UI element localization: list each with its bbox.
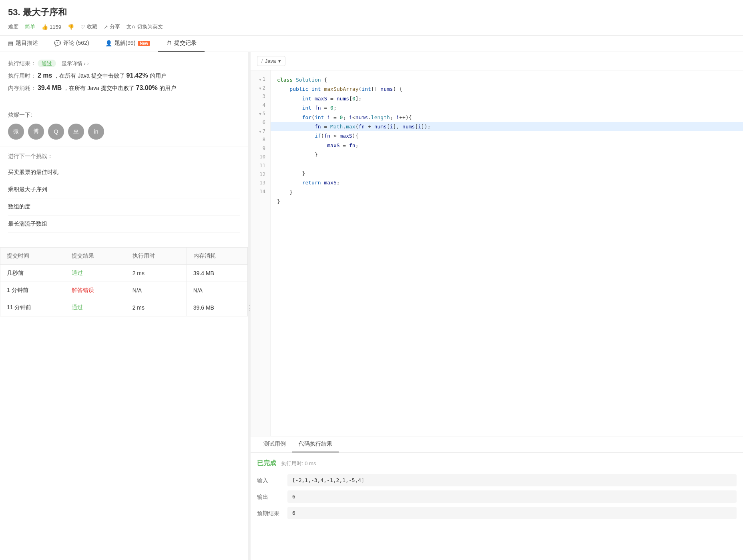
row0-status[interactable]: 通过 — [72, 270, 83, 276]
col-exec: 执行用时 — [126, 248, 187, 265]
line-num-1: 1 — [251, 75, 270, 84]
qq-button[interactable]: Q — [48, 124, 64, 140]
pass-badge[interactable]: 通过 — [38, 60, 56, 67]
code-line-1: class Solution { — [277, 75, 737, 84]
challenge-item-0[interactable]: 买卖股票的最佳时机 — [8, 164, 240, 181]
tab-exec-result[interactable]: 代码执行结果 — [292, 436, 339, 452]
line-num-6: 6 — [251, 118, 270, 127]
tab-solutions[interactable]: 👤 题解(99) New — [97, 36, 158, 52]
expected-label: 预期结果 — [257, 507, 281, 517]
line-num-9: 9 — [251, 144, 270, 153]
row1-memory: N/A — [187, 282, 247, 299]
new-badge: New — [138, 41, 150, 46]
code-line-7: if(fn > maxS){ — [277, 131, 737, 140]
show-detail-button[interactable]: 显示详情 — [62, 60, 86, 66]
result-section: 执行结果： 通过 显示详情 › 执行用时： 2 ms ，在所有 Java 提交中… — [0, 52, 248, 105]
douban-button[interactable]: 豆 — [68, 124, 84, 140]
wechat-button[interactable]: 微 — [8, 124, 24, 140]
table-row: 11 分钟前 通过 2 ms 39.6 MB — [0, 299, 248, 316]
line-num-5: 5 — [251, 110, 270, 118]
code-line-8: maxS = fn; — [277, 141, 737, 150]
challenge-item-3[interactable]: 最长湍流子数组 — [8, 216, 240, 233]
line-num-2: 2 — [251, 84, 270, 93]
exec-result-row: 执行结果： 通过 显示详情 › — [8, 60, 240, 67]
exec-time-label: 执行用时: 0 ms — [281, 460, 316, 467]
code-line-4: int fn = 0; — [277, 103, 737, 112]
exec-status-row: 已完成 执行用时: 0 ms — [257, 459, 737, 468]
left-panel: 执行结果： 通过 显示详情 › 执行用时： 2 ms ，在所有 Java 提交中… — [0, 52, 248, 560]
row0-memory: 39.4 MB — [187, 265, 247, 282]
linkedin-button[interactable]: in — [88, 124, 104, 140]
tab-test-case[interactable]: 测试用例 — [257, 436, 292, 452]
bottom-content: 已完成 执行用时: 0 ms 输入 [-2,1,-3,4,-1,2,1,-5,4… — [251, 453, 743, 560]
row1-exec: N/A — [126, 282, 187, 299]
lang-icon: i — [261, 58, 263, 64]
page-wrapper: 53. 最大子序和 难度 简单 👍 1159 👎 ♡ 收藏 ↗ 分享 文A 切换… — [0, 0, 743, 560]
row1-status[interactable]: 解答错误 — [72, 287, 94, 293]
line-numbers: 1 2 3 4 5 6 7 8 9 10 11 12 13 14 — [251, 70, 271, 436]
bottom-panel: 测试用例 代码执行结果 已完成 执行用时: 0 ms 输入 [-2,1,-3,4… — [251, 436, 743, 560]
memory-row: 内存消耗： 39.4 MB ，在所有 Java 提交中击败了 73.00% 的用… — [8, 84, 240, 92]
col-memory: 内存消耗 — [187, 248, 247, 265]
thumbs-count: 1159 — [50, 24, 61, 30]
row2-memory: 39.6 MB — [187, 299, 247, 316]
lang-label: Java — [265, 58, 276, 64]
header: 53. 最大子序和 难度 简单 👍 1159 👎 ♡ 收藏 ↗ 分享 文A 切换… — [0, 0, 743, 36]
tab-submissions[interactable]: ⏱ 提交记录 — [158, 36, 205, 52]
code-content: class Solution { public int maxSubArray(… — [271, 70, 743, 436]
output-label: 输出 — [257, 490, 281, 501]
switch-lang-button[interactable]: 文A 切换为英文 — [127, 23, 163, 30]
row2-time: 11 分钟前 — [0, 299, 65, 316]
code-line-2: public int maxSubArray(int[] nums) { — [277, 84, 737, 94]
expected-row: 预期结果 6 — [257, 507, 737, 519]
page-title: 53. 最大子序和 — [8, 6, 735, 18]
share-button[interactable]: ↗ 分享 — [104, 23, 120, 30]
tab-description[interactable]: ▤ 题目描述 — [0, 36, 46, 52]
row2-status[interactable]: 通过 — [72, 304, 83, 310]
challenge-item-2[interactable]: 数组的度 — [8, 198, 240, 216]
exec-time-row: 执行用时： 2 ms ，在所有 Java 提交中击败了 91.42% 的用户 — [8, 72, 240, 80]
next-label: 进行下一个挑战： — [8, 153, 240, 160]
row0-time: 几秒前 — [0, 265, 65, 282]
share-label: 炫耀一下: — [8, 112, 240, 119]
line-num-3: 3 — [251, 92, 270, 101]
weibo-button[interactable]: 博 — [28, 124, 44, 140]
code-line-3: int maxS = nums[0]; — [277, 94, 737, 103]
col-time: 提交时间 — [0, 248, 65, 265]
line-num-8: 8 — [251, 136, 270, 144]
collect-button[interactable]: ♡ 收藏 — [80, 23, 97, 30]
thumbs-down-icon[interactable]: 👎 — [68, 24, 74, 30]
thumbs-up-icon[interactable]: 👍 1159 — [42, 24, 61, 30]
code-line-6: fn = Math.max(fn + nums[i], nums[i]); — [271, 122, 743, 131]
right-panel: i Java ▾ 1 2 3 4 5 6 7 8 9 10 — [251, 52, 743, 560]
row2-exec: 2 ms — [126, 299, 187, 316]
code-line-13: } — [277, 188, 737, 197]
meta-row: 难度 简单 👍 1159 👎 ♡ 收藏 ↗ 分享 文A 切换为英文 — [8, 23, 735, 35]
exec-done-label: 已完成 — [257, 459, 276, 468]
line-num-7: 7 — [251, 127, 270, 136]
code-editor[interactable]: 1 2 3 4 5 6 7 8 9 10 11 12 13 14 class S… — [251, 70, 743, 436]
line-num-14: 14 — [251, 188, 270, 196]
input-row: 输入 [-2,1,-3,4,-1,2,1,-5,4] — [257, 474, 737, 486]
main-layout: 执行结果： 通过 显示详情 › 执行用时： 2 ms ，在所有 Java 提交中… — [0, 52, 743, 560]
language-selector[interactable]: i Java ▾ — [257, 56, 285, 66]
output-row: 输出 6 — [257, 490, 737, 503]
line-num-10: 10 — [251, 153, 270, 162]
editor-header: i Java ▾ — [251, 52, 743, 70]
difficulty-label: 难度 — [8, 23, 18, 30]
next-challenge-section: 进行下一个挑战： 买卖股票的最佳时机 乘积最大子序列 数组的度 最长湍流子数组 — [0, 146, 248, 239]
table-row: 1 分钟前 解答错误 N/A N/A — [0, 282, 248, 299]
input-value: [-2,1,-3,4,-1,2,1,-5,4] — [287, 474, 737, 486]
code-line-9: } — [277, 150, 737, 159]
social-icons: 微 博 Q 豆 in — [8, 124, 240, 140]
row0-exec: 2 ms — [126, 265, 187, 282]
tab-comments[interactable]: 💬 评论 (562) — [46, 36, 97, 52]
code-line-11: } — [277, 169, 737, 178]
challenge-item-1[interactable]: 乘积最大子序列 — [8, 181, 240, 198]
submission-table: 提交时间 提交结果 执行用时 内存消耗 几秒前 通过 2 ms 39.4 MB … — [0, 247, 248, 316]
code-line-5: for(int i = 0; i<nums.length; i++){ — [277, 113, 737, 122]
table-row: 几秒前 通过 2 ms 39.4 MB — [0, 265, 248, 282]
row1-time: 1 分钟前 — [0, 282, 65, 299]
output-value: 6 — [287, 490, 737, 503]
share-section: 炫耀一下: 微 博 Q 豆 in — [0, 105, 248, 146]
